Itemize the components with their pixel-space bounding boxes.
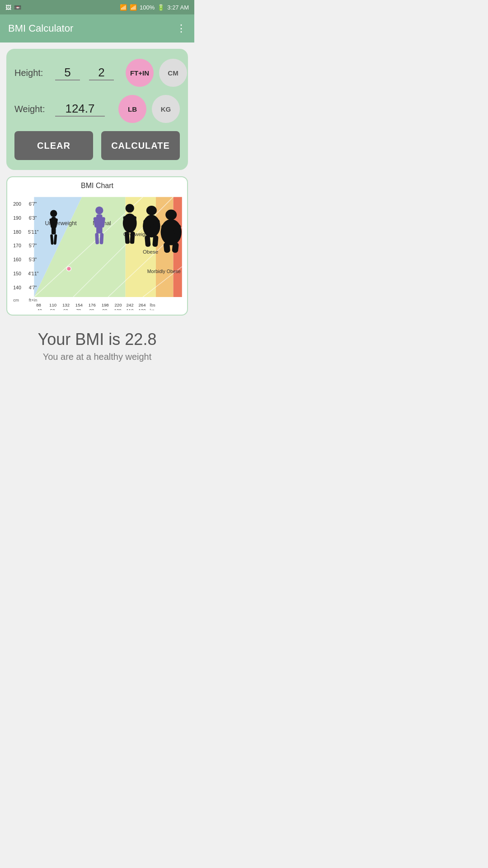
svg-text:264: 264 (138, 302, 146, 307)
svg-text:90: 90 (103, 308, 108, 310)
height-row: Height: FT+IN CM (14, 59, 180, 87)
height-ft-input[interactable] (55, 66, 80, 80)
bmi-value: Your BMI is 22.8 (6, 330, 188, 349)
bmi-result: Your BMI is 22.8 You are at a healthy we… (6, 324, 188, 371)
svg-text:198: 198 (102, 302, 109, 307)
input-card: Height: FT+IN CM Weight: LB KG CLEAR (6, 49, 188, 170)
svg-text:132: 132 (62, 302, 70, 307)
kg-button[interactable]: KG (152, 95, 180, 123)
bmi-chart-svg: Underweight Normal Overweight Obese Morb… (11, 193, 183, 310)
battery-icon: 🔋 (157, 4, 164, 11)
user-dot (67, 267, 71, 271)
svg-text:140: 140 (13, 285, 21, 290)
svg-text:70: 70 (76, 308, 81, 310)
svg-point-14 (50, 210, 57, 217)
cassette-icon: 📼 (14, 4, 21, 11)
svg-text:50: 50 (50, 308, 55, 310)
svg-point-20 (95, 207, 103, 214)
svg-text:200: 200 (13, 201, 21, 207)
height-in-input[interactable] (89, 66, 114, 80)
weight-input-wrap (55, 102, 110, 117)
content: Height: FT+IN CM Weight: LB KG CLEAR (0, 42, 194, 377)
height-unit-buttons: FT+IN CM (126, 59, 187, 87)
signal-icon: 📶 (130, 4, 137, 11)
svg-text:Obese: Obese (143, 249, 158, 255)
svg-rect-25 (99, 233, 103, 244)
svg-text:160: 160 (13, 257, 21, 262)
weight-row: Weight: LB KG (14, 95, 180, 123)
svg-text:150: 150 (13, 271, 21, 276)
svg-text:6'3": 6'3" (29, 215, 37, 221)
svg-rect-37 (152, 235, 159, 247)
svg-text:100: 100 (114, 308, 122, 310)
svg-text:170: 170 (13, 243, 21, 248)
height-label: Height: (14, 68, 55, 78)
weight-label: Weight: (14, 104, 55, 114)
wifi-icon: 📶 (120, 4, 127, 11)
status-right: 📶 📶 100% 🔋 3:27 AM (120, 4, 189, 11)
svg-point-38 (165, 210, 177, 220)
clear-button[interactable]: CLEAR (14, 131, 93, 160)
app-title: BMI Calculator (8, 23, 73, 34)
svg-text:110: 110 (49, 302, 56, 307)
svg-text:cm: cm (13, 297, 19, 302)
menu-button[interactable]: ⋮ (176, 23, 186, 34)
battery-text: 100% (140, 4, 155, 11)
chart-card: BMI Chart Underweight (6, 176, 188, 316)
svg-rect-24 (95, 233, 99, 244)
chart-area: Underweight Normal Overweight Obese Morb… (11, 193, 183, 310)
svg-text:110: 110 (127, 308, 134, 310)
svg-text:154: 154 (75, 302, 83, 307)
svg-text:120: 120 (138, 308, 145, 310)
svg-text:190: 190 (13, 215, 21, 221)
svg-text:5'7": 5'7" (29, 243, 37, 248)
svg-text:6'7": 6'7" (29, 201, 37, 207)
svg-text:176: 176 (89, 302, 96, 307)
svg-text:Morbidly Obese: Morbidly Obese (147, 269, 181, 274)
status-bar: 🖼 📼 📶 📶 100% 🔋 3:27 AM (0, 0, 194, 14)
app-bar: BMI Calculator ⋮ (0, 14, 194, 42)
chart-title: BMI Chart (11, 182, 183, 190)
svg-text:Underweight: Underweight (45, 220, 77, 226)
svg-text:220: 220 (115, 302, 122, 307)
weight-input[interactable] (55, 102, 105, 117)
height-inputs (55, 66, 117, 80)
svg-text:kg: kg (150, 308, 155, 310)
time-text: 3:27 AM (167, 4, 189, 11)
svg-text:5'3": 5'3" (29, 257, 37, 262)
svg-text:5'11": 5'11" (28, 229, 39, 235)
lb-button[interactable]: LB (118, 95, 146, 123)
svg-text:ft+in: ft+in (29, 297, 37, 302)
weight-unit-buttons: LB KG (118, 95, 180, 123)
image-icon: 🖼 (5, 4, 11, 11)
cm-button[interactable]: CM (159, 59, 187, 87)
svg-text:60: 60 (63, 308, 68, 310)
svg-point-32 (146, 206, 157, 215)
svg-rect-30 (125, 231, 130, 244)
svg-point-26 (126, 204, 134, 212)
action-buttons: CLEAR CALCULATE (14, 131, 180, 160)
calculate-button[interactable]: CALCULATE (101, 131, 180, 160)
svg-rect-36 (145, 235, 151, 247)
svg-text:88: 88 (36, 302, 41, 307)
svg-text:40: 40 (37, 308, 42, 310)
svg-text:80: 80 (89, 308, 94, 310)
bmi-status: You are at a healthy weight (6, 352, 188, 362)
svg-text:lbs: lbs (150, 302, 155, 307)
svg-text:180: 180 (13, 229, 21, 235)
svg-text:4'11": 4'11" (28, 271, 39, 276)
status-left: 🖼 📼 (5, 4, 21, 11)
svg-text:242: 242 (127, 302, 134, 307)
svg-text:4'7": 4'7" (29, 285, 37, 290)
ftin-button[interactable]: FT+IN (126, 59, 154, 87)
svg-rect-31 (130, 231, 135, 244)
